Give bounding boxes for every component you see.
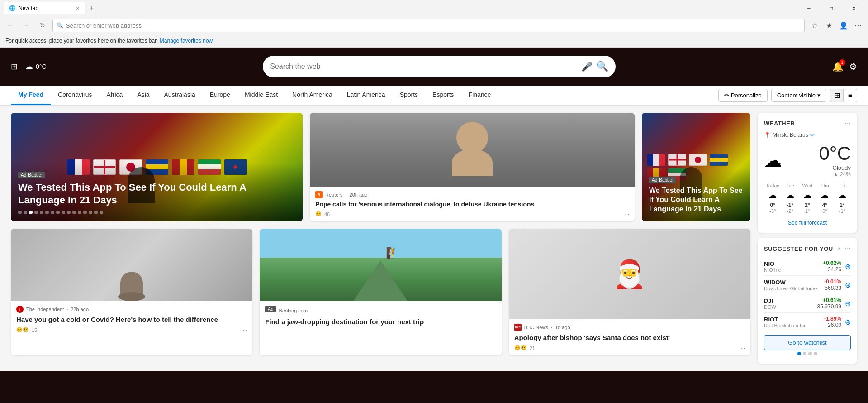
new-tab-button[interactable]: + <box>85 2 98 14</box>
carousel-dot[interactable] <box>78 211 81 214</box>
favorites-button[interactable]: ☆ <box>808 19 821 32</box>
close-button[interactable]: ✕ <box>844 1 864 15</box>
maximize-button[interactable]: □ <box>821 1 842 15</box>
carousel-dot[interactable] <box>51 211 54 214</box>
browser-tab[interactable]: 🌐 New tab ✕ <box>4 2 85 14</box>
cold-article-card[interactable]: i The Independent · 22h ago Have you got… <box>11 229 252 355</box>
pope-article-card[interactable]: R Reuters · 20h ago Pope calls for 'seri… <box>310 113 635 221</box>
weather-more-button[interactable]: ··· <box>845 119 851 127</box>
tab-middle-east[interactable]: Middle East <box>237 86 285 105</box>
stocks-widget-title: SUGGESTED FOR YOU <box>764 245 833 252</box>
carousel-dot[interactable] <box>100 211 103 214</box>
carousel-dot[interactable] <box>89 211 92 214</box>
address-input[interactable] <box>66 22 801 29</box>
grid-view-button[interactable]: ⊞ <box>830 89 844 102</box>
edit-location-icon[interactable]: ✏ <box>810 132 815 138</box>
tab-north-america[interactable]: North America <box>285 86 340 105</box>
window-controls: ─ □ ✕ <box>798 1 864 15</box>
stock-item-nio[interactable]: NIO NIO Inc +0.62% 34.26 ⊕ <box>764 257 851 276</box>
see-full-forecast[interactable]: See full forecast <box>764 218 851 226</box>
carousel-dot[interactable] <box>72 211 76 214</box>
carousel-dot[interactable] <box>56 211 60 214</box>
stock-item-dji[interactable]: DJI DOW +0.61% 35,970.99 ⊕ <box>764 294 851 313</box>
microphone-icon[interactable]: 🎤 <box>581 61 593 72</box>
forward-button[interactable]: → <box>20 19 33 32</box>
search-bar[interactable]: 🎤 🔍 <box>263 56 616 77</box>
tab-close-button[interactable]: ✕ <box>76 6 80 11</box>
stock-nio-add-button[interactable]: ⊕ <box>845 262 851 271</box>
carousel-dot[interactable] <box>45 211 49 214</box>
carousel-dot[interactable] <box>62 211 65 214</box>
weather-header-display: ☁ 0°C <box>25 62 47 72</box>
carousel-dot-active[interactable] <box>29 211 33 214</box>
cold-article-image <box>11 229 252 301</box>
stocks-dot-1[interactable] <box>797 352 801 355</box>
santa-article-source: BBC BBC News · 1d ago <box>514 324 745 331</box>
stock-item-riot[interactable]: RIOT Riot Blockchain Inc -1.89% 26.00 ⊕ <box>764 313 851 331</box>
tab-africa[interactable]: Africa <box>100 86 130 105</box>
tab-finance[interactable]: Finance <box>461 86 498 105</box>
address-bar[interactable]: 🔍 <box>52 19 805 32</box>
tab-coronavirus[interactable]: Coronavirus <box>51 86 99 105</box>
stocks-dot-4[interactable] <box>814 352 817 355</box>
weather-widget-title: WEATHER <box>764 120 795 127</box>
stocks-widget: SUGGESTED FOR YOU › ··· NIO NIO Inc +0.6… <box>758 238 857 364</box>
watchlist-button[interactable]: Go to watchlist <box>764 335 851 350</box>
destination-article-card[interactable]: 🧗 Ad Booking.com Find a jaw-dropping des… <box>260 229 501 355</box>
pope-more-button[interactable]: ··· <box>625 211 629 217</box>
cold-more-button[interactable]: ··· <box>243 327 247 333</box>
stocks-dot-2[interactable] <box>803 352 806 355</box>
santa-article-card[interactable]: 🎅 BBC BBC News · 1d ago Apology after bi… <box>509 229 750 355</box>
list-view-button[interactable]: ≡ <box>844 89 857 102</box>
stock-widow-info: WIDOW Dow Jones Global Index <box>764 279 824 291</box>
notifications-button[interactable]: 🔔 1 <box>832 61 844 72</box>
santa-more-button[interactable]: ··· <box>741 345 745 351</box>
suggested-more-link[interactable]: › <box>838 245 840 252</box>
back-button[interactable]: ← <box>4 19 16 32</box>
tab-latin-america[interactable]: Latin America <box>340 86 393 105</box>
stock-riot-add-button[interactable]: ⊕ <box>845 318 851 326</box>
see-forecast-link[interactable]: See full forecast <box>788 220 827 226</box>
settings-button[interactable]: ⚙ <box>849 61 857 72</box>
carousel-dot[interactable] <box>18 211 22 214</box>
stock-dji-add-button[interactable]: ⊕ <box>845 299 851 308</box>
manage-favorites-link[interactable]: Manage favorites now <box>160 38 213 44</box>
forecast-day-thu: Thu ☁ 4° 0° <box>816 183 833 214</box>
stocks-dot-3[interactable] <box>808 352 812 355</box>
carousel-dot[interactable] <box>24 211 27 214</box>
carousel-dot[interactable] <box>94 211 98 214</box>
search-icon[interactable]: 🔍 <box>596 61 608 72</box>
carousel-dots <box>18 211 295 214</box>
babbel-duplicate-card[interactable]: Ad Babbel We Tested This App To See If Y… <box>642 113 750 221</box>
toolbar-actions: ☆ ★ 👤 ⋯ <box>808 19 864 32</box>
cold-article-body: i The Independent · 22h ago Have you got… <box>11 301 252 337</box>
content-visible-button[interactable]: Content visible ▾ <box>771 89 826 102</box>
carousel-dot[interactable] <box>67 211 71 214</box>
tab-asia[interactable]: Asia <box>130 86 157 105</box>
stock-riot-price: -1.89% 26.00 <box>824 316 841 328</box>
carousel-dot[interactable] <box>34 211 38 214</box>
tab-my-feed[interactable]: My Feed <box>11 86 51 105</box>
carousel-dot[interactable] <box>40 211 43 214</box>
featured-article-card[interactable]: ✦ Ad Babbel We Tested This App To See If… <box>11 113 303 221</box>
stock-item-widow[interactable]: WIDOW Dow Jones Global Index -0.01% 568.… <box>764 276 851 294</box>
carousel-dot[interactable] <box>83 211 87 214</box>
collections-button[interactable]: ★ <box>823 19 835 32</box>
search-input[interactable] <box>270 62 578 71</box>
personalize-button[interactable]: ✏ Personalize <box>718 89 768 102</box>
tab-australasia[interactable]: Australasia <box>157 86 203 105</box>
refresh-button[interactable]: ↻ <box>36 19 49 32</box>
tab-esports[interactable]: Esports <box>425 86 461 105</box>
profiles-button[interactable]: 👤 <box>837 19 850 32</box>
stock-dji-info: DJI DOW <box>764 297 817 310</box>
browser-toolbar: ← → ↻ 🔍 ☆ ★ 👤 ⋯ <box>0 16 868 34</box>
tab-europe[interactable]: Europe <box>203 86 237 105</box>
weather-header-temp: 0°C <box>36 63 47 70</box>
extensions-button[interactable]: ⋯ <box>852 19 864 32</box>
santa-reactions: 😊😢 <box>514 345 527 351</box>
stock-widow-add-button[interactable]: ⊕ <box>845 281 851 289</box>
apps-grid-button[interactable]: ⊞ <box>11 62 18 72</box>
tab-sports[interactable]: Sports <box>393 86 425 105</box>
minimize-button[interactable]: ─ <box>798 1 819 15</box>
stocks-more-button[interactable]: ··· <box>845 245 851 253</box>
